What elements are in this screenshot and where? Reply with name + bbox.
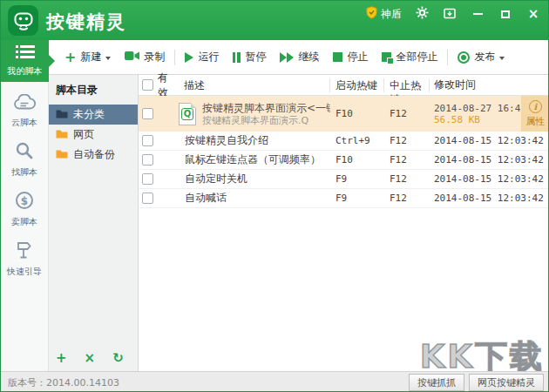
fast-forward-icon <box>280 52 294 63</box>
script-title: 按键精灵自我介绍 <box>177 133 330 148</box>
sidebar-item-cloud-scripts[interactable]: 云脚本 <box>1 94 48 129</box>
script-filename: 按键精灵脚本界面演示.Q <box>202 115 330 126</box>
sidebar: 我的脚本 云脚本 找脚本 <box>1 40 49 371</box>
tree-item-web[interactable]: 网页 <box>49 125 138 145</box>
tree-item-auto-backup[interactable]: 自动备份 <box>49 145 138 165</box>
sidebar-item-label: 快速引导 <box>7 266 42 278</box>
script-title: 自动定时关机 <box>177 172 330 186</box>
sidebar-item-quick-guide[interactable]: 快速引导 <box>1 240 48 278</box>
sidebar-item-sell-scripts[interactable]: $ 卖脚本 <box>1 191 48 228</box>
gear-icon <box>416 6 429 23</box>
row-checkbox[interactable] <box>142 154 153 166</box>
add-category-button[interactable]: + <box>56 350 67 366</box>
cloud-icon <box>12 94 37 114</box>
key-grab-button[interactable]: 按键抓抓 <box>409 374 464 391</box>
maximize-icon <box>501 10 510 18</box>
toolbar: + 新建 录制 运行 暂停 继续 停止 <box>49 40 549 75</box>
shield-icon <box>366 6 377 22</box>
tree-header: 脚本目录 <box>49 75 138 105</box>
settings-button[interactable] <box>414 6 430 22</box>
row-checkbox[interactable] <box>142 173 153 185</box>
folder-icon <box>56 149 68 161</box>
svg-text:$: $ <box>21 195 28 207</box>
table-header-row: 有效 描述 启动热键 中止热键 修改时间 <box>139 75 549 96</box>
dollar-icon: $ <box>15 191 34 213</box>
column-header-description: 描述 <box>177 78 330 92</box>
row-checkbox[interactable] <box>142 135 153 146</box>
delete-category-button[interactable]: × <box>85 350 96 366</box>
tray-icon <box>444 6 456 23</box>
stop-hotkey: F12 <box>384 193 430 204</box>
column-header-start-hotkey: 启动热键 <box>330 78 384 92</box>
row-checkbox[interactable] <box>142 108 153 119</box>
chevron-down-icon <box>499 57 505 60</box>
record-button[interactable]: 录制 <box>118 46 172 69</box>
script-title: 按键精灵脚本界面演示<一键启动> <box>202 102 330 115</box>
maximize-button[interactable] <box>498 6 513 22</box>
chevron-down-icon <box>105 57 111 60</box>
pause-button[interactable]: 暂停 <box>226 46 273 69</box>
table-row[interactable]: 鼠标左键连点器（可调频率） F10 F12 2014-08-15 12:03:4… <box>139 151 549 170</box>
sidebar-item-label: 卖脚本 <box>11 216 37 228</box>
sidebar-item-label: 找脚本 <box>11 166 37 179</box>
modified-time: 2014-08-15 12:03:42 <box>430 193 549 204</box>
start-hotkey: F9 <box>330 193 384 204</box>
stop-all-icon <box>382 52 391 62</box>
folder-icon <box>56 129 68 141</box>
titlebar: 按键精灵 神盾 <box>1 1 548 40</box>
select-all-checkbox[interactable] <box>142 79 153 91</box>
sidebar-item-my-scripts[interactable]: 我的脚本 <box>1 40 49 82</box>
app-logo-icon <box>8 5 38 36</box>
statusbar: 版本号：2014.00.14103 按键抓抓 网页按键精灵 <box>1 371 548 392</box>
script-table: 有效 描述 启动热键 中止热键 修改时间 Q 按键精灵脚本界面演示<一键启动> … <box>139 75 549 371</box>
close-button[interactable]: × <box>525 6 541 22</box>
list-icon <box>16 45 35 62</box>
info-icon: i <box>529 100 542 113</box>
modified-time: 2014-08-15 12:03:42 <box>430 154 549 166</box>
publish-icon <box>458 51 470 64</box>
continue-button[interactable]: 继续 <box>273 46 326 69</box>
version-label: 版本号：2014.00.14103 <box>1 376 119 389</box>
shield-label: 神盾 <box>381 7 402 22</box>
publish-button[interactable]: 发布 <box>451 46 512 69</box>
shield-button[interactable]: 神盾 <box>366 6 402 22</box>
script-file-icon: Q <box>179 103 196 125</box>
pause-icon <box>233 52 241 63</box>
start-hotkey: F10 <box>330 154 384 166</box>
table-row[interactable]: 自动定时关机 F9 F12 2014-08-15 12:03:42 <box>139 170 549 189</box>
modified-time: 2014-08-15 12:03:42 <box>430 173 549 185</box>
stop-icon <box>333 52 342 62</box>
plus-icon: + <box>64 51 76 64</box>
script-directory-panel: 脚本目录 未分类 网页 自动备份 + × ↻ <box>49 75 139 371</box>
sidebar-item-find-scripts[interactable]: 找脚本 <box>1 141 48 179</box>
refresh-button[interactable]: ↻ <box>112 350 124 366</box>
stop-hotkey: F12 <box>384 173 430 185</box>
tree-item-uncategorized[interactable]: 未分类 <box>49 105 138 125</box>
start-hotkey: F9 <box>330 173 384 185</box>
table-row[interactable]: 自动喊话 F9 F12 2014-08-15 12:03:42 <box>139 189 549 208</box>
new-button[interactable]: + 新建 <box>58 46 118 69</box>
sidebar-item-label: 我的脚本 <box>8 65 43 78</box>
web-quickmacro-button[interactable]: 网页按键精灵 <box>469 374 544 391</box>
minimize-button[interactable] <box>470 6 485 22</box>
properties-button[interactable]: i 属性 <box>521 96 549 132</box>
search-icon <box>15 141 34 164</box>
sidebar-item-label: 云脚本 <box>11 117 37 129</box>
close-icon: × <box>528 8 539 21</box>
stop-button[interactable]: 停止 <box>326 46 375 69</box>
table-row[interactable]: 按键精灵自我介绍 Ctrl+9 F12 2014-08-15 12:03:42 <box>139 132 549 151</box>
app-title: 按键精灵 <box>46 10 126 34</box>
row-checkbox[interactable] <box>142 193 153 204</box>
stop-all-button[interactable]: 全部停止 <box>375 46 444 69</box>
stop-hotkey: F12 <box>384 135 430 146</box>
modified-time: 2014-08-15 12:03:42 <box>430 135 549 146</box>
minimize-to-tray-button[interactable] <box>442 6 458 22</box>
toolbar-separator <box>174 50 175 65</box>
toolbar-separator <box>447 50 448 65</box>
script-title: 鼠标左键连点器（可调频率） <box>177 152 330 167</box>
column-header-stop-hotkey: 中止热键 <box>384 78 430 92</box>
stop-hotkey: F12 <box>384 108 430 119</box>
table-row-selected[interactable]: Q 按键精灵脚本界面演示<一键启动> 按键精灵脚本界面演示.Q F10 F12 … <box>139 96 549 132</box>
run-button[interactable]: 运行 <box>178 46 226 69</box>
play-icon <box>185 52 193 63</box>
